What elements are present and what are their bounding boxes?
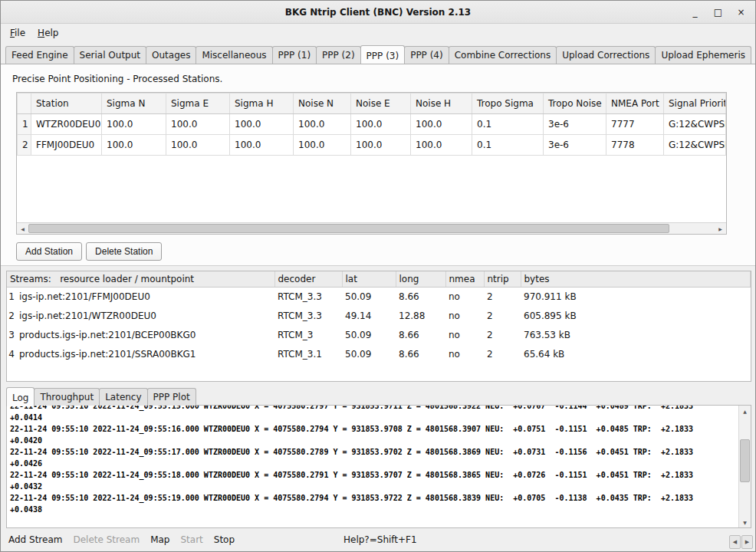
stream-ntrip[interactable]: 2 [484,326,521,345]
station-row[interactable]: 2 FFMJ00DEU0 100.0 100.0 100.0 100.0 100… [18,135,726,156]
station-cell[interactable]: 100.0 [294,135,351,156]
stream-row[interactable]: 3 products.igs-ip.net:2101/BCEP00BKG0 RT… [7,326,751,345]
stream-ntrip[interactable]: 2 [484,345,521,364]
streams-col-header[interactable]: long [396,271,445,288]
stations-col-header[interactable]: Noise H [411,94,472,114]
station-cell[interactable]: 100.0 [411,114,472,135]
menu-item[interactable]: File [4,25,31,41]
log-vscrollbar[interactable]: ▲ ▼ [738,406,751,527]
hscroll-thumb[interactable] [28,224,669,233]
titlebar[interactable]: BKG Ntrip Client (BNC) Version 2.13 _ □ … [1,1,755,24]
stream-nmea[interactable]: no [445,288,484,307]
log-output[interactable]: 22-11-24 09:55:10 2022-11-24_09:55:15.00… [10,405,737,527]
stream-long[interactable]: 8.66 [396,345,445,364]
station-cell[interactable]: 100.0 [230,135,294,156]
stream-decoder[interactable]: RTCM_3 [274,326,342,345]
stations-col-header[interactable]: Noise E [351,94,411,114]
main-tab[interactable]: PPP (1) [272,46,317,64]
station-cell[interactable]: 0.1 [472,114,544,135]
scroll-right-icon[interactable]: ▶ [715,223,726,234]
station-cell[interactable]: FFMJ00DEU0 [31,135,102,156]
stations-col-header[interactable]: Tropo Noise [544,94,606,114]
station-cell[interactable]: G:12&CWPSLX R:12 [664,135,726,156]
station-cell[interactable]: 100.0 [351,114,411,135]
stream-decoder[interactable]: RTCM_3.1 [274,345,342,364]
station-cell[interactable]: 7778 [606,135,664,156]
stream-lat[interactable]: 50.09 [342,288,396,307]
bottom-tab[interactable]: Latency [99,388,147,406]
stations-col-header[interactable]: Noise N [294,94,351,114]
station-cell[interactable]: 100.0 [230,114,294,135]
stream-bytes[interactable]: 605.895 kB [521,307,751,326]
stream-ntrip[interactable]: 2 [484,288,521,307]
streams-col-header[interactable]: nmea [445,271,484,288]
delete-station-button[interactable]: Delete Station [86,242,162,261]
stream-mountpoint[interactable]: igs-ip.net:2101/FFMJ00DEU0 [16,288,274,307]
station-cell[interactable]: 100.0 [351,135,411,156]
stream-mountpoint[interactable]: products.igs-ip.net:2101/SSRA00BKG1 [16,345,274,364]
stations-col-header[interactable]: Station [31,94,102,114]
stream-long[interactable]: 8.66 [396,288,445,307]
stations-col-header[interactable]: Sigma N [102,94,166,114]
stream-nmea[interactable]: no [445,307,484,326]
statusbar-action[interactable]: Map [150,534,169,545]
stations-col-header[interactable]: Sigma E [166,94,230,114]
main-tab[interactable]: Upload Ephemeris [655,46,751,64]
main-tab[interactable]: Upload Corrections [556,46,656,64]
statusbar-action[interactable]: Add Stream [8,534,62,545]
streams-col-header[interactable]: ntrip [484,271,521,288]
station-cell[interactable]: 3e-6 [544,114,606,135]
stations-col-header[interactable]: Sigma H [230,94,294,114]
stream-row[interactable]: 4 products.igs-ip.net:2101/SSRA00BKG1 RT… [7,345,751,364]
stations-hscrollbar[interactable]: ◀ ▶ [17,222,726,234]
scroll-up-icon[interactable]: ▲ [739,406,751,416]
stream-bytes[interactable]: 970.911 kB [521,288,751,307]
station-cell[interactable]: 100.0 [166,114,230,135]
stream-ntrip[interactable]: 2 [484,307,521,326]
stream-decoder[interactable]: RTCM_3.3 [274,307,342,326]
stations-col-header[interactable]: Tropo Sigma [472,94,544,114]
stream-nmea[interactable]: no [445,326,484,345]
close-icon[interactable]: × [736,7,746,18]
stream-decoder[interactable]: RTCM_3.3 [274,288,342,307]
streams-col-header[interactable]: bytes [521,271,751,288]
station-cell[interactable]: 100.0 [294,114,351,135]
streams-main-header[interactable]: Streams: resource loader / mountpoint [7,271,274,288]
stream-nmea[interactable]: no [445,345,484,364]
stream-row[interactable]: 1 igs-ip.net:2101/FFMJ00DEU0 RTCM_3.3 50… [7,288,751,307]
bottom-tab[interactable]: Log [6,387,35,406]
menu-item[interactable]: Help [31,25,64,41]
stream-lat[interactable]: 50.09 [342,326,396,345]
stream-mountpoint[interactable]: products.igs-ip.net:2101/BCEP00BKG0 [16,326,274,345]
station-cell[interactable]: 100.0 [102,135,166,156]
stations-col-header[interactable]: Signal Priorities [664,94,726,114]
stream-mountpoint[interactable]: igs-ip.net:2101/WTZR00DEU0 [16,307,274,326]
tab-scroll-right-icon[interactable]: ▶ [741,535,753,549]
stream-long[interactable]: 12.88 [396,307,445,326]
streams-col-header[interactable]: decoder [274,271,342,288]
station-cell[interactable]: 7777 [606,114,664,135]
add-station-button[interactable]: Add Station [16,242,82,261]
main-tab[interactable]: Miscellaneous [196,46,272,64]
minimize-icon[interactable]: _ [690,7,700,18]
main-tab[interactable]: Combine Corrections [449,46,557,64]
station-cell[interactable]: 3e-6 [544,135,606,156]
station-cell[interactable]: G:12&CWPSLX R:12 [664,114,726,135]
main-tab[interactable]: Outages [146,46,196,64]
station-cell[interactable]: 100.0 [166,135,230,156]
tab-scroll-left-icon[interactable]: ◀ [729,535,741,549]
station-cell[interactable]: 100.0 [411,135,472,156]
streams-col-header[interactable]: lat [342,271,396,288]
station-cell[interactable]: 100.0 [102,114,166,135]
vscroll-thumb[interactable] [740,439,750,482]
stream-long[interactable]: 8.66 [396,326,445,345]
stream-bytes[interactable]: 65.64 kB [521,345,751,364]
main-tab[interactable]: PPP (3) [360,45,406,64]
main-tab[interactable]: PPP (2) [316,46,361,64]
main-tab[interactable]: PPP (4) [404,46,449,64]
main-tab[interactable]: Serial Output [74,46,146,64]
bottom-tab[interactable]: Throughput [34,388,100,406]
stream-bytes[interactable]: 763.53 kB [521,326,751,345]
stream-row[interactable]: 2 igs-ip.net:2101/WTZR00DEU0 RTCM_3.3 49… [7,307,751,326]
station-cell[interactable]: WTZR00DEU0 [31,114,102,135]
